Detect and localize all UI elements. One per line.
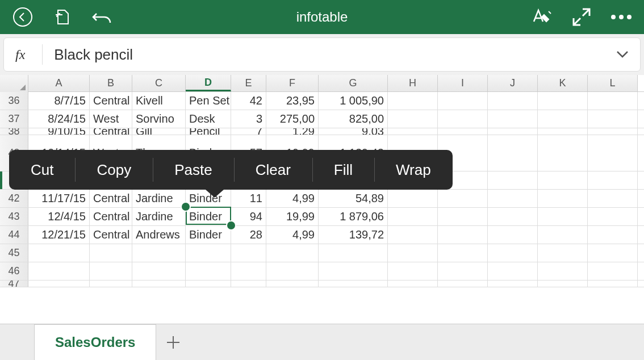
col-header-L[interactable]: L [588, 75, 638, 91]
cell[interactable] [438, 110, 488, 128]
cell[interactable] [438, 244, 488, 262]
cell[interactable]: Central [90, 128, 132, 135]
cell[interactable]: 54,89 [319, 190, 388, 207]
cell[interactable] [266, 262, 319, 280]
col-header-J[interactable]: J [488, 75, 538, 91]
sheet-tab-salesorders[interactable]: SalesOrders [34, 324, 156, 361]
cell[interactable] [388, 190, 438, 207]
context-fill[interactable]: Fill [312, 150, 374, 190]
cell[interactable]: Andrews [132, 226, 186, 244]
col-header-K[interactable]: K [538, 75, 588, 91]
cell[interactable] [231, 244, 266, 262]
cell[interactable] [28, 244, 90, 262]
cell[interactable]: 9/10/15 [28, 128, 90, 135]
cell[interactable]: Pencil [186, 128, 231, 135]
cell[interactable]: 19,99 [266, 208, 319, 225]
cell[interactable] [438, 226, 488, 244]
selection-handle-top-left[interactable] [181, 202, 191, 212]
add-sheet-button[interactable] [156, 324, 190, 361]
cell[interactable] [28, 262, 90, 280]
context-wrap[interactable]: Wrap [374, 150, 453, 190]
cell[interactable] [186, 281, 231, 287]
cell[interactable] [488, 135, 538, 171]
cell[interactable]: 11/17/15 [28, 190, 90, 207]
selection-handle-bottom-right[interactable] [226, 220, 236, 231]
cell[interactable] [388, 244, 438, 262]
cell[interactable] [438, 190, 488, 207]
cell[interactable] [488, 262, 538, 280]
cell[interactable] [90, 262, 132, 280]
cell[interactable] [28, 281, 90, 287]
cell[interactable] [588, 128, 638, 135]
row-header[interactable]: 43 [0, 208, 28, 225]
cell[interactable] [388, 128, 438, 135]
cell[interactable] [319, 281, 388, 287]
col-header-E[interactable]: E [231, 75, 266, 91]
cell[interactable] [388, 281, 438, 287]
cell[interactable] [488, 128, 538, 135]
cell[interactable]: 9,03 [319, 128, 388, 135]
cell[interactable] [588, 92, 638, 110]
cell[interactable] [231, 281, 266, 287]
cell[interactable] [438, 281, 488, 287]
cell[interactable] [388, 92, 438, 110]
cell[interactable] [388, 262, 438, 280]
cell[interactable] [588, 190, 638, 207]
select-all-corner[interactable] [0, 75, 28, 92]
cell[interactable] [319, 262, 388, 280]
cell[interactable]: 12/4/15 [28, 208, 90, 225]
cell[interactable]: 4,99 [266, 226, 319, 244]
cell[interactable]: 7 [231, 128, 266, 135]
cell[interactable]: 1 879,06 [319, 208, 388, 225]
row-header[interactable]: 47 [0, 281, 28, 287]
context-paste[interactable]: Paste [153, 150, 234, 190]
cell[interactable]: 275,00 [266, 110, 319, 128]
cell[interactable]: 11 [231, 190, 266, 207]
row-header[interactable]: 36 [0, 92, 28, 110]
row-header[interactable]: 37 [0, 110, 28, 128]
cell[interactable]: 28 [231, 226, 266, 244]
cell[interactable] [538, 92, 588, 110]
cell[interactable]: 12/21/15 [28, 226, 90, 244]
cell[interactable]: 8/24/15 [28, 110, 90, 128]
cell[interactable] [90, 244, 132, 262]
cell[interactable] [488, 190, 538, 207]
cell[interactable] [438, 92, 488, 110]
cell[interactable]: 1 005,90 [319, 92, 388, 110]
cell[interactable] [538, 226, 588, 244]
cell[interactable] [588, 244, 638, 262]
cell[interactable] [588, 281, 638, 287]
cell[interactable] [488, 244, 538, 262]
col-header-I[interactable]: I [438, 75, 488, 91]
col-header-F[interactable]: F [266, 75, 319, 91]
formula-input[interactable]: Black pencil [54, 46, 616, 64]
undo-button[interactable] [91, 6, 114, 28]
cell[interactable]: 94 [231, 208, 266, 225]
cell[interactable] [488, 281, 538, 287]
row-header[interactable]: 45 [0, 244, 28, 262]
cell[interactable] [588, 135, 638, 171]
row-header[interactable]: 42 [0, 190, 28, 207]
back-button[interactable] [11, 6, 34, 28]
row-header[interactable]: 46 [0, 262, 28, 280]
cell[interactable]: Jardine [132, 208, 186, 225]
cell[interactable]: Sorvino [132, 110, 186, 128]
cell[interactable]: 1,29 [266, 128, 319, 135]
file-icon[interactable] [51, 6, 74, 28]
context-cut[interactable]: Cut [9, 150, 75, 190]
col-header-D[interactable]: D [186, 75, 231, 91]
col-header-C[interactable]: C [132, 75, 186, 91]
cell[interactable] [538, 190, 588, 207]
cell[interactable] [588, 226, 638, 244]
cell[interactable] [488, 171, 538, 189]
cell[interactable]: 3 [231, 110, 266, 128]
cell[interactable] [132, 281, 186, 287]
cell[interactable] [538, 171, 588, 189]
cell[interactable]: Central [90, 92, 132, 110]
cell[interactable] [388, 226, 438, 244]
cell[interactable] [588, 110, 638, 128]
cell[interactable] [538, 244, 588, 262]
cell[interactable]: Central [90, 226, 132, 244]
cell[interactable]: 23,95 [266, 92, 319, 110]
cell[interactable]: Pen Set [186, 92, 231, 110]
